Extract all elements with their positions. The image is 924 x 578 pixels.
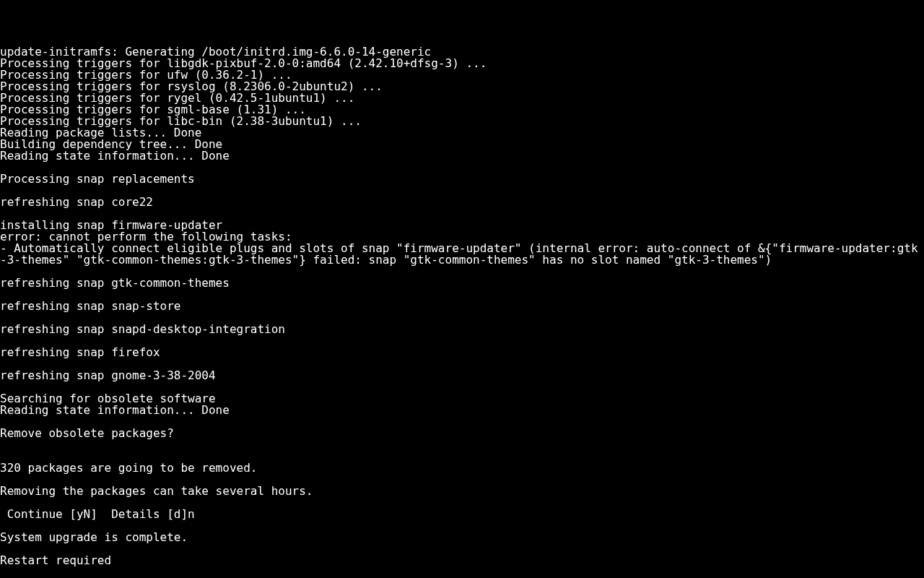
terminal-line: refreshing snap core22 xyxy=(0,197,924,208)
terminal-line: Continue [yN] Details [d]n xyxy=(0,509,924,520)
terminal-line: System upgrade is complete. xyxy=(0,532,924,543)
terminal-line: refreshing snap snap-store xyxy=(0,301,924,312)
terminal-line: Remove obsolete packages? xyxy=(0,428,924,439)
terminal-line: Reading state information... Done xyxy=(0,150,924,162)
terminal-output[interactable]: update-initramfs: Generating /boot/initr… xyxy=(0,46,924,578)
terminal-line: Processing snap replacements xyxy=(0,173,924,185)
terminal-line xyxy=(0,543,924,555)
terminal-line: 320 packages are going to be removed. xyxy=(0,462,924,474)
terminal-line: - Automatically connect eligible plugs a… xyxy=(0,243,924,266)
terminal-line: refreshing snap snapd-desktop-integratio… xyxy=(0,324,924,335)
terminal-line: refreshing snap firefox xyxy=(0,347,924,358)
terminal-line: Reading state information... Done xyxy=(0,405,924,416)
terminal-line: Restart required xyxy=(0,555,924,566)
terminal-line: refreshing snap gnome-3-38-2004 xyxy=(0,370,924,381)
terminal-line xyxy=(0,439,924,451)
terminal-line: refreshing snap gtk-common-themes xyxy=(0,277,924,289)
terminal-line: Removing the packages can take several h… xyxy=(0,486,924,497)
